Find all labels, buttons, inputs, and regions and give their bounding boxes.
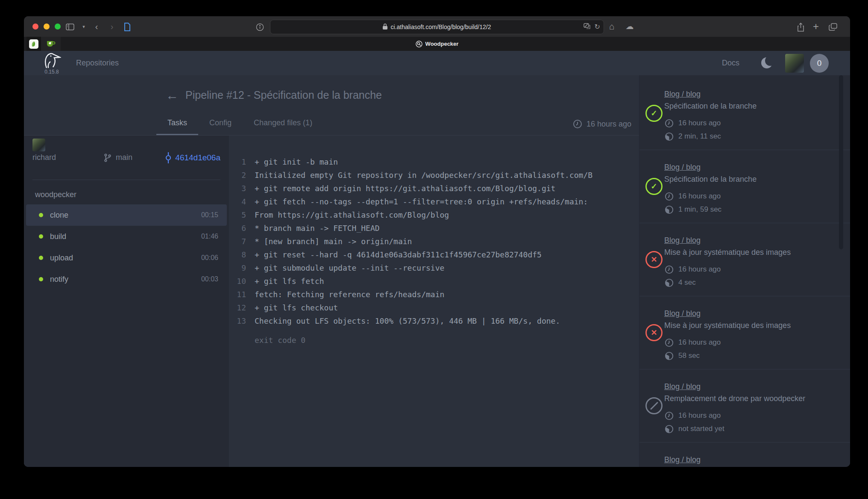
step-row[interactable]: upload 00:06 <box>26 247 227 269</box>
app-logo[interactable]: 0.15.8 <box>39 52 64 75</box>
new-tab-button[interactable]: + <box>810 16 822 37</box>
pipeline-commit-message: Spécification de la branche <box>664 175 837 184</box>
close-window-button[interactable] <box>32 24 38 30</box>
step-name: build <box>50 232 66 241</box>
clock-icon <box>664 411 674 421</box>
step-name: notify <box>50 275 68 284</box>
step-status-dot <box>39 277 43 281</box>
duration-icon <box>664 424 674 434</box>
clock-icon <box>664 192 674 201</box>
pipeline-time: 16 hours ago <box>664 337 837 348</box>
clock-icon <box>664 118 674 128</box>
log-line-number: 13 <box>229 314 246 328</box>
pipeline-status-icon <box>645 178 663 195</box>
log-output[interactable]: 1 + git init -b main 2 Initialized empty… <box>229 136 639 467</box>
pipeline-status-icon <box>645 105 663 122</box>
build-commit[interactable]: 4614d1e06a <box>164 152 220 163</box>
log-line-number: 8 <box>229 248 246 261</box>
pipeline-entry[interactable]: Blog / blog Mise à jour systématique des… <box>639 223 850 296</box>
log-line: 5 From https://git.athaliasoft.com/Blog/… <box>229 208 639 221</box>
log-line-number: 11 <box>229 288 246 301</box>
pipeline-duration: 4 sec <box>664 278 837 288</box>
screenshot-canvas: ▾ ‹ › ci.athaliasoft.com/Blog/blog/build… <box>0 0 868 499</box>
step-row[interactable]: clone 00:15 <box>26 204 227 226</box>
build-author: richard <box>32 153 103 162</box>
log-line: 6 * branch main -> FETCH_HEAD <box>229 221 639 235</box>
pipeline-repo-link[interactable]: Blog / blog <box>664 163 837 172</box>
log-line-text: + git reset --hard -q 4614d1e06a3dabf311… <box>255 248 542 261</box>
log-line-text: fetch: Fetching reference refs/heads/mai… <box>255 288 444 301</box>
pipeline-repo-link[interactable]: Blog / blog <box>664 90 837 99</box>
step-duration: 00:03 <box>201 275 218 283</box>
icloud-tabs-icon[interactable]: ☁ <box>624 16 636 37</box>
log-line: 1 + git init -b main <box>229 155 639 168</box>
theme-toggle-moon-icon[interactable] <box>761 57 773 69</box>
minimize-window-button[interactable] <box>44 24 50 30</box>
pipeline-repo-link[interactable]: Blog / blog <box>664 382 837 391</box>
info-icon[interactable] <box>254 16 266 37</box>
sidebar-scrollbar[interactable] <box>839 75 843 249</box>
step-status-dot <box>39 256 43 260</box>
recent-pipelines-sidebar: Blog / blog Spécification de la branche … <box>639 75 850 467</box>
tab-overview-icon[interactable] <box>827 16 839 37</box>
tab-changed-files[interactable]: Changed files (1) <box>243 114 323 134</box>
pipeline-duration: 1 min, 59 sec <box>664 204 837 215</box>
log-line: 10 + git lfs fetch <box>229 275 639 288</box>
home-icon[interactable]: ⌂ <box>606 16 618 37</box>
pipeline-entry[interactable]: Blog / blog Spécification de la branche … <box>639 77 850 150</box>
pipeline-duration: not started yet <box>664 424 837 434</box>
reader-document-icon[interactable] <box>121 16 133 37</box>
log-line-number: 1 <box>229 155 246 168</box>
steps-sidebar: richard main 4614d1e06a woodpecker <box>24 136 229 467</box>
nav-repositories[interactable]: Repositories <box>76 59 119 68</box>
reload-icon[interactable]: ↻ <box>595 23 600 31</box>
log-line: 11 fetch: Fetching reference refs/heads/… <box>229 288 639 301</box>
step-duration: 01:46 <box>201 233 218 240</box>
lock-icon <box>383 24 387 31</box>
pipeline-entry[interactable]: Blog / blog Spécification de la branche … <box>639 150 850 223</box>
tab-tasks[interactable]: Tasks <box>156 114 198 135</box>
pipeline-repo-link[interactable]: Blog / blog <box>664 309 837 318</box>
log-line-text: + git lfs fetch <box>255 275 324 288</box>
pipeline-queue-badge[interactable]: 0 <box>810 54 829 73</box>
pipeline-entry[interactable]: Blog / blog Remplacement de drone par wo… <box>639 443 850 467</box>
log-line-text: Checking out LFS objects: 100% (573/573)… <box>255 314 560 328</box>
log-line: 13 Checking out LFS objects: 100% (573/5… <box>229 314 639 328</box>
step-name: clone <box>50 211 68 220</box>
duration-icon <box>664 205 674 215</box>
nav-docs[interactable]: Docs <box>722 59 739 68</box>
pipeline-status-icon <box>645 251 663 268</box>
pipeline-repo-link[interactable]: Blog / blog <box>664 455 837 464</box>
browser-window: ▾ ‹ › ci.athaliasoft.com/Blog/blog/build… <box>24 16 850 467</box>
pipeline-repo-link[interactable]: Blog / blog <box>664 236 837 245</box>
tab-config[interactable]: Config <box>198 114 243 134</box>
back-button[interactable]: ‹ <box>91 16 103 37</box>
content-blocker-icon[interactable] <box>584 23 590 30</box>
log-line-text: + git remote add origin https://git.atha… <box>255 182 555 195</box>
pipeline-entry[interactable]: Blog / blog Mise à jour systématique des… <box>639 296 850 369</box>
log-line-text: * branch main -> FETCH_HEAD <box>255 221 380 235</box>
pipeline-commit-message: Mise à jour systématique des images <box>664 321 837 330</box>
share-icon[interactable] <box>795 16 806 37</box>
user-avatar[interactable] <box>785 54 804 73</box>
log-line: 3 + git remote add origin https://git.at… <box>229 182 639 195</box>
pipeline-time: 16 hours ago <box>664 264 837 275</box>
step-row[interactable]: build 01:46 <box>26 226 227 247</box>
zoom-window-button[interactable] <box>55 24 61 30</box>
pipeline-time: 16 hours ago <box>664 118 837 128</box>
step-duration: 00:15 <box>201 211 218 219</box>
sidebar-toggle-icon[interactable] <box>64 16 76 37</box>
log-line-text: * [new branch] main -> origin/main <box>255 235 412 248</box>
active-tab-title[interactable]: Woodpecker <box>24 37 850 51</box>
sidebar-chevron-icon[interactable]: ▾ <box>78 16 90 37</box>
address-bar[interactable]: ci.athaliasoft.com/Blog/blog/build/12/2 … <box>270 20 604 34</box>
pipeline-commit-message: Remplacement de drone par woodpecker <box>664 394 837 403</box>
pipeline-entry[interactable]: Blog / blog Remplacement de drone par wo… <box>639 369 850 443</box>
pipeline-title: Pipeline #12 - Spécification de la branc… <box>185 89 382 101</box>
back-to-pipelines-icon[interactable]: ← <box>166 88 179 103</box>
log-line-number: 4 <box>229 195 246 208</box>
forward-button[interactable]: › <box>106 16 118 37</box>
url-text: ci.athaliasoft.com/Blog/blog/build/12/2 <box>390 24 491 30</box>
step-row[interactable]: notify 00:03 <box>26 269 227 290</box>
pipeline-status-icon <box>645 397 663 414</box>
